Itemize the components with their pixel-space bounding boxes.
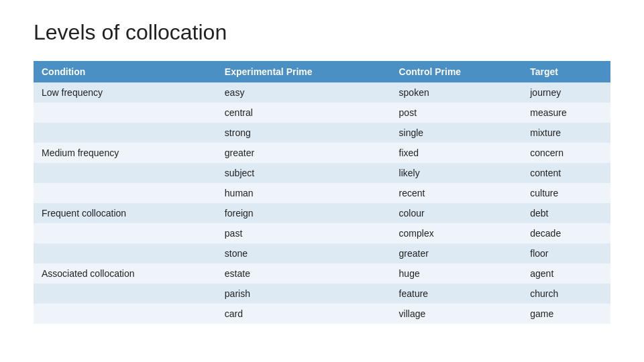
cell-8-0	[34, 243, 217, 263]
cell-4-2: likely	[391, 163, 523, 183]
cell-7-1: past	[217, 223, 391, 243]
cell-11-1: card	[217, 304, 391, 324]
cell-6-3: debt	[522, 203, 610, 223]
cell-6-0: Frequent collocation	[34, 203, 217, 223]
cell-0-2: spoken	[391, 82, 523, 103]
cell-10-2: feature	[391, 284, 523, 304]
cell-3-0: Medium frequency	[34, 143, 217, 163]
cell-7-0	[34, 223, 217, 243]
cell-0-3: journey	[522, 82, 610, 103]
cell-1-2: post	[391, 103, 523, 123]
cell-0-1: easy	[217, 82, 391, 103]
table-row: centralpostmeasure	[34, 103, 610, 123]
table-row: pastcomplexdecade	[34, 223, 610, 243]
cell-8-2: greater	[391, 243, 523, 263]
cell-4-3: content	[522, 163, 610, 183]
cell-0-0: Low frequency	[34, 82, 217, 103]
col-header-condition: Condition	[34, 61, 217, 82]
cell-9-1: estate	[217, 263, 391, 284]
col-header-target: Target	[522, 61, 610, 82]
cell-3-1: greater	[217, 143, 391, 163]
page-container: Levels of collocation Condition Experime…	[0, 0, 644, 337]
cell-1-3: measure	[522, 103, 610, 123]
cell-11-2: village	[391, 304, 523, 324]
table-row: Associated collocationestatehugeagent	[34, 263, 610, 284]
table-row: stonegreaterfloor	[34, 243, 610, 263]
cell-2-2: single	[391, 123, 523, 143]
table-row: strongsinglemixture	[34, 123, 610, 143]
page-title: Levels of collocation	[34, 20, 610, 45]
table-row: Low frequencyeasyspokenjourney	[34, 82, 610, 103]
table-header-row: Condition Experimental Prime Control Pri…	[34, 61, 610, 82]
cell-10-1: parish	[217, 284, 391, 304]
cell-9-3: agent	[522, 263, 610, 284]
cell-11-0	[34, 304, 217, 324]
collocation-table: Condition Experimental Prime Control Pri…	[34, 61, 610, 324]
col-header-control: Control Prime	[391, 61, 523, 82]
cell-3-2: fixed	[391, 143, 523, 163]
table-row: subjectlikelycontent	[34, 163, 610, 183]
table-row: parishfeaturechurch	[34, 284, 610, 304]
cell-1-1: central	[217, 103, 391, 123]
cell-2-0	[34, 123, 217, 143]
table-row: Medium frequencygreaterfixedconcern	[34, 143, 610, 163]
table-row: humanrecentculture	[34, 183, 610, 203]
cell-9-2: huge	[391, 263, 523, 284]
cell-5-2: recent	[391, 183, 523, 203]
cell-10-3: church	[522, 284, 610, 304]
table-row: cardvillagegame	[34, 304, 610, 324]
cell-2-3: mixture	[522, 123, 610, 143]
cell-8-3: floor	[522, 243, 610, 263]
cell-2-1: strong	[217, 123, 391, 143]
cell-4-1: subject	[217, 163, 391, 183]
cell-7-2: complex	[391, 223, 523, 243]
cell-8-1: stone	[217, 243, 391, 263]
cell-10-0	[34, 284, 217, 304]
cell-5-0	[34, 183, 217, 203]
cell-11-3: game	[522, 304, 610, 324]
cell-3-3: concern	[522, 143, 610, 163]
cell-7-3: decade	[522, 223, 610, 243]
cell-6-2: colour	[391, 203, 523, 223]
cell-5-3: culture	[522, 183, 610, 203]
cell-9-0: Associated collocation	[34, 263, 217, 284]
cell-1-0	[34, 103, 217, 123]
cell-5-1: human	[217, 183, 391, 203]
table-row: Frequent collocationforeigncolourdebt	[34, 203, 610, 223]
col-header-experimental: Experimental Prime	[217, 61, 391, 82]
cell-6-1: foreign	[217, 203, 391, 223]
cell-4-0	[34, 163, 217, 183]
